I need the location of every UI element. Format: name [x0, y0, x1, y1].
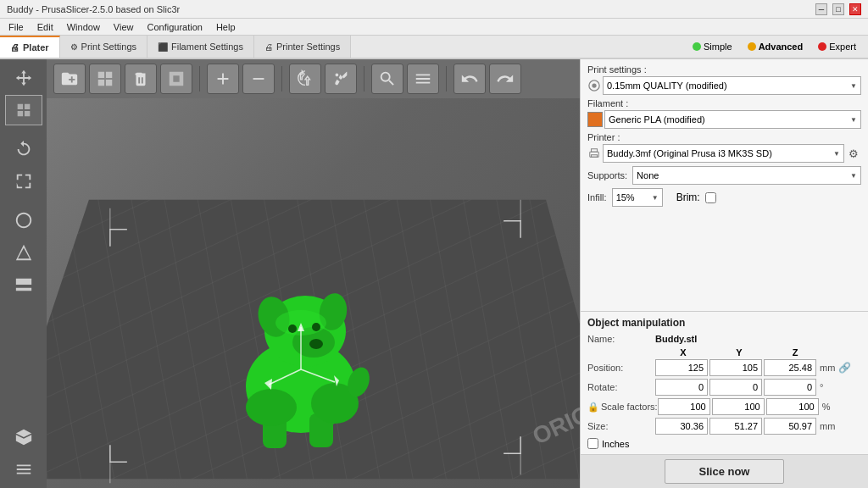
position-x-input[interactable] [655, 359, 708, 376]
scale-y-input[interactable] [712, 398, 765, 415]
undo-button[interactable] [453, 64, 486, 94]
right-panel: Print settings : 0.15mm QUALITY (modifie… [580, 59, 868, 488]
xyz-headers: X Y Z [655, 347, 861, 358]
filament-color-swatch [587, 112, 603, 127]
left-toolbar [0, 59, 47, 488]
printer-tab-icon: 🖨 [264, 42, 273, 52]
inches-checkbox[interactable] [587, 438, 598, 449]
filament-row: Filament : Generic PLA (modified) ▼ [587, 98, 861, 129]
rotate-y-input[interactable] [709, 379, 762, 396]
cut-button[interactable] [325, 64, 357, 94]
select-tool[interactable] [5, 95, 42, 125]
layers-button[interactable] [407, 64, 439, 94]
view-3d-button[interactable] [5, 422, 42, 452]
increase-copies-button[interactable] [207, 64, 239, 94]
svg-point-20 [309, 339, 323, 349]
printer-tab-label: Printer Settings [276, 42, 340, 52]
size-unit: mm [820, 421, 835, 431]
filament-select[interactable]: Generic PLA (modified) [609, 114, 857, 125]
position-y-input[interactable] [709, 359, 762, 376]
scale-tool[interactable] [5, 166, 42, 197]
seam-tool[interactable] [5, 269, 42, 300]
position-z-input[interactable] [764, 359, 816, 376]
main-layout: ORIGINAL PRUS [0, 59, 868, 488]
printer-select-wrapper: Buddy.3mf (Original Prusa i3 MK3S SD) ▼ [603, 144, 844, 163]
paint-tool[interactable] [5, 205, 42, 236]
simple-label: Simple [704, 42, 732, 52]
tab-filament-settings[interactable]: ⬛ Filament Settings [147, 36, 254, 58]
maximize-button[interactable]: □ [832, 3, 844, 15]
mode-simple[interactable]: Simple [689, 40, 736, 53]
expert-dot [818, 42, 826, 51]
redo-button[interactable] [489, 64, 521, 94]
menu-edit[interactable]: Edit [32, 21, 58, 33]
arrange-button[interactable] [89, 64, 121, 94]
supports-select[interactable]: None [637, 170, 857, 180]
menu-view[interactable]: View [108, 21, 139, 33]
menu-window[interactable]: Window [62, 21, 105, 33]
simple-dot [693, 42, 701, 51]
menu-file[interactable]: File [3, 21, 29, 33]
decrease-copies-button[interactable] [242, 64, 275, 94]
svg-point-21 [288, 324, 297, 333]
support-paint-tool[interactable] [5, 237, 42, 268]
tab-printer-settings[interactable]: 🖨 Printer Settings [254, 36, 351, 58]
title-bar: Buddy - PrusaSlicer-2.5.0 based on Slic3… [0, 0, 868, 19]
mode-expert[interactable]: Expert [815, 40, 860, 53]
printer-row: Printer : Buddy.3mf (Original Prusa i3 M… [587, 132, 861, 163]
menu-configuration[interactable]: Configuration [142, 21, 207, 33]
add-object-button[interactable] [53, 64, 86, 94]
app-title: Buddy - PrusaSlicer-2.5.0 based on Slic3… [7, 4, 180, 14]
tab-plater[interactable]: 🖨 Plater [0, 36, 60, 58]
print-profile-select-wrapper: 0.15mm QUALITY (modified) ▼ [603, 76, 861, 95]
supports-row: Supports: None ▼ [587, 166, 861, 185]
menu-help[interactable]: Help [211, 21, 241, 33]
rotate-row: Rotate: ° [587, 379, 861, 396]
printer-select[interactable]: Buddy.3mf (Original Prusa i3 MK3S SD) [607, 148, 840, 158]
svg-point-30 [592, 83, 596, 87]
position-unit: mm 🔗 [820, 362, 851, 374]
split-button[interactable] [289, 64, 321, 94]
filament-tab-label: Filament Settings [171, 42, 243, 52]
size-x-input[interactable] [655, 418, 708, 435]
close-button[interactable]: ✕ [849, 3, 861, 15]
svg-point-17 [246, 389, 297, 426]
scale-z-input[interactable] [766, 398, 819, 415]
x-header: X [655, 347, 711, 358]
tab-print-settings[interactable]: ⚙ Print Settings [60, 36, 147, 58]
size-z-input[interactable] [764, 418, 816, 435]
rotate-label: Rotate: [587, 382, 655, 392]
plater-tab-icon: 🖨 [10, 42, 19, 53]
minimize-button[interactable]: ─ [815, 3, 827, 15]
canvas[interactable]: ORIGINAL PRUS [47, 98, 580, 488]
brim-checkbox[interactable] [705, 192, 716, 203]
delete-all-button[interactable] [160, 64, 192, 94]
scale-lock-icon: 🔒 [587, 402, 599, 413]
print-profile-select[interactable]: 0.15mm QUALITY (modified) [607, 80, 857, 91]
3d-viewport[interactable]: ORIGINAL PRUS [47, 98, 580, 488]
scale-row: 🔒 Scale factors: % [587, 398, 861, 415]
position-label: Position: [587, 363, 655, 373]
slice-button[interactable]: Slice now [665, 459, 785, 484]
svg-rect-32 [592, 149, 598, 152]
position-row: Position: mm 🔗 [587, 359, 861, 376]
delete-button[interactable] [125, 64, 157, 94]
mode-advanced[interactable]: Advanced [744, 40, 807, 53]
view-layers-button[interactable] [5, 454, 42, 485]
size-row: Size: mm [587, 418, 861, 435]
printer-settings-gear[interactable]: ⚙ [846, 146, 861, 161]
search-button[interactable] [371, 64, 403, 94]
scale-x-input[interactable] [658, 398, 710, 415]
rotate-tool[interactable] [5, 134, 42, 164]
object-manipulation-title: Object manipulation [587, 317, 861, 329]
object-name-label: Name: [587, 334, 655, 344]
expert-label: Expert [829, 42, 856, 52]
size-y-input[interactable] [709, 418, 762, 435]
move-tool[interactable] [5, 63, 42, 93]
filament-select-wrapper: Generic PLA (modified) ▼ [604, 110, 861, 129]
rotate-z-input[interactable] [764, 379, 816, 396]
rotate-x-input[interactable] [655, 379, 708, 396]
infill-select[interactable]: 15% 20% 30% [616, 192, 659, 202]
brim-label: Brim: [676, 191, 700, 203]
filament-label: Filament : [587, 98, 861, 108]
